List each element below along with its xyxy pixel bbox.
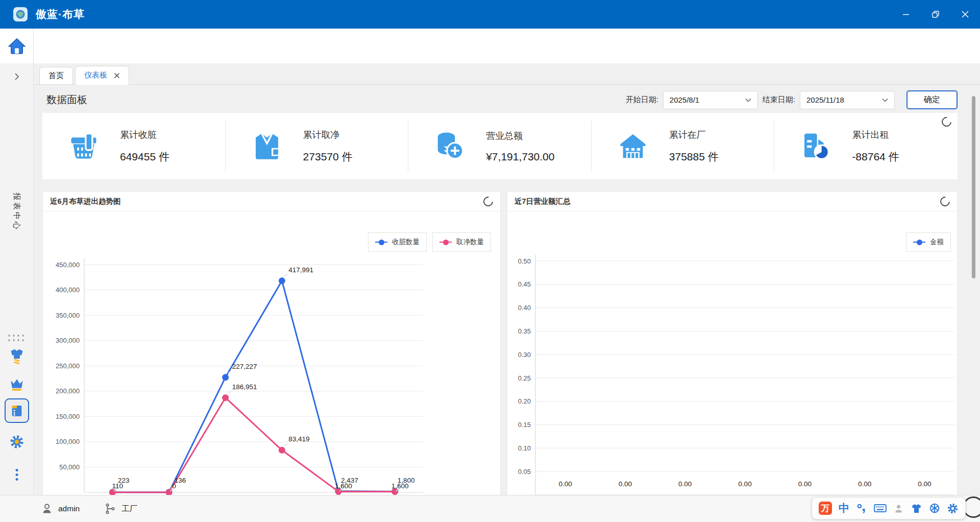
tab-close-icon[interactable]	[114, 73, 120, 79]
title-bar: 傲蓝·布草	[0, 0, 980, 29]
start-date-dropdown[interactable]: 2025/8/1	[663, 91, 758, 109]
svg-text:110: 110	[112, 482, 124, 490]
crown-icon	[9, 377, 24, 392]
svg-text:0.00: 0.00	[738, 480, 751, 488]
ime-logo-icon[interactable]: 万	[819, 502, 832, 515]
svg-text:300,000: 300,000	[56, 337, 80, 344]
tab-dashboard-label: 仪表板	[84, 70, 107, 80]
document-pie-icon	[800, 130, 831, 162]
tab-home[interactable]: 首页	[39, 67, 73, 85]
svg-text:136: 136	[175, 477, 186, 484]
home-icon	[8, 37, 26, 55]
start-date-value: 2025/8/1	[670, 96, 699, 104]
legend-label: 金额	[930, 238, 944, 247]
chevron-down-icon	[882, 98, 888, 102]
revenue-chart-legend: 金额	[906, 232, 951, 252]
shirt-icon	[251, 130, 283, 162]
charts-row: 近6月布草进出趋势图 50,000100,000150,000200,00025…	[42, 191, 958, 495]
stat-value: -88764 件	[852, 150, 899, 164]
svg-text:0: 0	[172, 482, 176, 490]
restore-button[interactable]	[921, 0, 950, 29]
coins-plus-icon	[434, 130, 465, 162]
status-bar: admin 工厂 万 中	[0, 495, 980, 522]
svg-text:450,000: 450,000	[56, 261, 80, 269]
revenue-chart-refresh-icon[interactable]	[938, 195, 952, 208]
svg-text:100,000: 100,000	[56, 438, 80, 445]
tab-home-label: 首页	[48, 71, 64, 81]
laundry-basket-icon	[68, 130, 100, 162]
stat-label: 累计在厂	[669, 129, 719, 141]
current-user: admin	[41, 503, 80, 515]
user-icon	[41, 503, 53, 515]
svg-text:227,227: 227,227	[232, 363, 257, 370]
legend-label: 收脏数量	[392, 238, 420, 247]
user-name: admin	[58, 504, 80, 513]
ime-punctuation-icon[interactable]	[856, 503, 867, 514]
factory-icon	[617, 130, 649, 162]
legend-item[interactable]: 取净数量	[432, 232, 491, 252]
sidebar-section-label: 报表中心	[12, 193, 21, 231]
stat-value: 375885 件	[669, 150, 719, 164]
svg-text:0.40: 0.40	[518, 304, 531, 312]
sidebar-expand-button[interactable]	[13, 73, 21, 83]
end-date-label: 结束日期:	[763, 95, 795, 105]
svg-text:0.00: 0.00	[619, 480, 632, 488]
sidebar: 报表中心	[0, 63, 34, 495]
ime-language-icon[interactable]: 中	[839, 501, 849, 515]
end-date-dropdown[interactable]: 2025/11/18	[800, 91, 895, 109]
tab-dashboard[interactable]: 仪表板	[75, 66, 129, 85]
legend-marker-icon	[375, 239, 387, 245]
svg-text:0.35: 0.35	[518, 327, 531, 335]
app-logo-icon	[13, 7, 28, 21]
svg-text:50,000: 50,000	[59, 463, 80, 471]
vertical-scrollbar[interactable]	[972, 96, 975, 278]
svg-text:417,991: 417,991	[288, 266, 313, 274]
sidebar-item-membership[interactable]	[9, 377, 24, 394]
stat-label: 累计取净	[303, 129, 353, 141]
sidebar-item-apps[interactable]	[8, 335, 25, 342]
sidebar-item-laundry[interactable]	[9, 348, 24, 367]
ime-skin-icon[interactable]	[911, 503, 922, 514]
home-button[interactable]	[0, 29, 34, 63]
ime-settings-icon[interactable]	[947, 503, 959, 514]
close-button[interactable]	[950, 0, 980, 29]
trend-chart-refresh-icon[interactable]	[481, 195, 495, 208]
end-date-value: 2025/11/18	[806, 96, 844, 104]
branch-icon	[104, 503, 116, 515]
ime-assistant-icon[interactable]	[929, 503, 940, 514]
svg-text:1,600: 1,600	[391, 482, 409, 490]
sidebar-item-reports[interactable]	[5, 398, 29, 423]
tab-bar: 首页 仪表板	[34, 63, 980, 85]
sidebar-item-more[interactable]	[15, 467, 18, 483]
legend-item[interactable]: 金额	[906, 232, 951, 252]
svg-text:350,000: 350,000	[56, 312, 80, 319]
gear-icon	[9, 434, 24, 449]
minimize-button[interactable]	[891, 0, 921, 29]
ime-user-icon[interactable]	[893, 503, 904, 514]
chevron-down-icon	[745, 98, 751, 102]
chevron-right-icon	[13, 73, 21, 81]
app-title: 傲蓝·布草	[36, 7, 85, 21]
revenue-chart-panel: 近7日营业额汇总 0.050.100.150.200.250.300.350.4…	[507, 191, 958, 495]
svg-text:0.20: 0.20	[518, 397, 531, 405]
trend-chart-title: 近6月布草进出趋势图	[50, 197, 121, 206]
svg-text:0.15: 0.15	[518, 421, 531, 429]
ime-keyboard-icon[interactable]	[874, 503, 887, 514]
legend-item[interactable]: 收脏数量	[368, 232, 427, 252]
start-date-label: 开始日期:	[626, 95, 658, 105]
stat-label: 累计收脏	[120, 129, 169, 141]
restore-icon	[932, 10, 940, 18]
sidebar-item-settings[interactable]	[9, 434, 24, 452]
trend-chart-panel: 近6月布草进出趋势图 50,000100,000150,000200,00025…	[42, 191, 501, 495]
stat-label: 累计出租	[852, 129, 899, 141]
stat-value: 273570 件	[303, 150, 353, 164]
clipboard-icon	[10, 404, 24, 418]
current-factory: 工厂	[104, 503, 137, 515]
svg-text:0.25: 0.25	[518, 374, 531, 382]
svg-text:0.50: 0.50	[518, 257, 531, 265]
svg-text:0.00: 0.00	[678, 480, 692, 488]
stat-card-dirty: 累计收脏 649455 件	[42, 113, 226, 179]
confirm-button[interactable]: 确定	[906, 90, 958, 109]
stat-label: 营业总额	[486, 130, 554, 142]
stat-value: 649455 件	[120, 150, 169, 164]
